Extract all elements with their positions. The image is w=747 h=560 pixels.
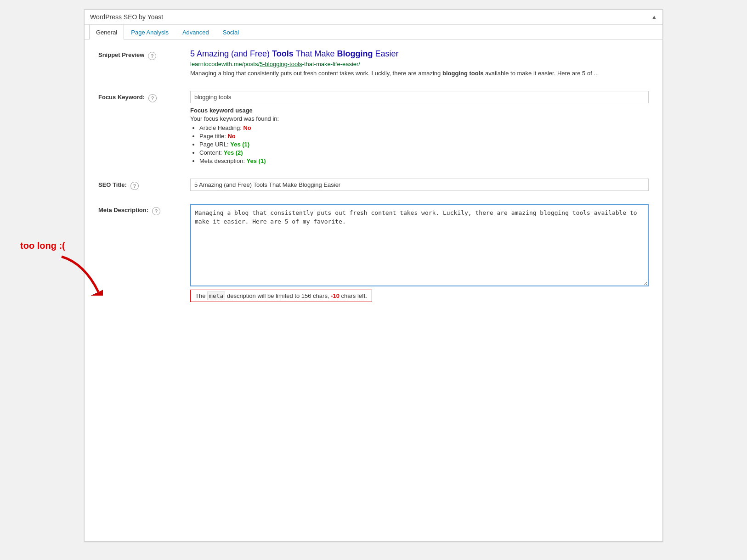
snippet-help-icon[interactable]: ? xyxy=(148,52,156,60)
plugin-title: WordPress SEO by Yoast xyxy=(90,13,163,21)
meta-description-row: Meta Description: ? too long :( xyxy=(98,204,649,302)
seo-title-help-icon[interactable]: ? xyxy=(130,182,139,190)
snippet-description: Managing a blog that consistently puts o… xyxy=(190,69,649,78)
snippet-title-mid: That Make xyxy=(294,49,337,58)
too-long-arrow xyxy=(57,254,103,296)
snippet-title: 5 Amazing (and Free) Tools That Make Blo… xyxy=(190,49,649,59)
list-item-status: No xyxy=(227,133,235,140)
list-item: Page title: No xyxy=(199,133,649,140)
tab-content: Snippet Preview ? 5 Amazing (and Free) T… xyxy=(85,39,662,324)
char-notice-prefix: The xyxy=(195,292,207,299)
char-count-notice: The meta description will be limited to … xyxy=(190,290,372,302)
focus-keyword-content: Focus keyword usage Your focus keyword w… xyxy=(190,91,649,166)
snippet-url-plain: learntocodewith.me/posts/ xyxy=(190,61,260,67)
char-notice-mid: description will be limited to 156 chars… xyxy=(225,292,331,299)
list-item-label: Content: xyxy=(199,149,224,156)
list-item-label: Page title: xyxy=(199,133,227,140)
seo-title-row: SEO Title: ? xyxy=(98,179,649,191)
too-long-annotation: too long :( xyxy=(20,241,65,251)
keyword-usage-list: Article Heading: No Page title: No Page … xyxy=(190,124,649,164)
seo-title-label: SEO Title: ? xyxy=(98,179,190,190)
meta-description-content: Managing a blog that consistently puts o… xyxy=(190,204,649,302)
snippet-title-tools: Tools xyxy=(272,49,294,58)
list-item-status: No xyxy=(243,124,251,131)
focus-keyword-label: Focus Keyword: ? xyxy=(98,91,190,102)
meta-description-label: Meta Description: ? too long :( xyxy=(98,204,190,215)
plugin-box: WordPress SEO by Yoast ▲ General Page An… xyxy=(84,9,663,542)
list-item-status: Yes (1) xyxy=(247,157,266,164)
snippet-url-end: -that-make-life-easier/ xyxy=(302,61,360,67)
focus-keyword-help-icon[interactable]: ? xyxy=(148,94,157,102)
tab-advanced[interactable]: Advanced xyxy=(175,25,216,39)
focus-keyword-input[interactable] xyxy=(190,91,649,103)
seo-title-content xyxy=(190,179,649,191)
seo-title-label-text: SEO Title: xyxy=(98,181,127,188)
char-notice-count: -10 xyxy=(331,292,340,299)
char-notice-mono: meta xyxy=(207,291,225,300)
snippet-preview-content: 5 Amazing (and Free) Tools That Make Blo… xyxy=(190,49,649,78)
snippet-title-blogging: Blogging xyxy=(337,49,373,58)
list-item-label: Meta description: xyxy=(199,157,247,164)
meta-description-label-text: Meta Description: xyxy=(98,207,148,213)
meta-description-help-icon[interactable]: ? xyxy=(152,207,160,215)
tabs-bar: General Page Analysis Advanced Social xyxy=(85,25,662,39)
list-item: Content: Yes (2) xyxy=(199,149,649,156)
snippet-url: learntocodewith.me/posts/5-blogging-tool… xyxy=(190,61,649,67)
list-item-status: Yes (1) xyxy=(230,141,249,148)
list-item-label: Article Heading: xyxy=(199,124,243,131)
list-item: Article Heading: No xyxy=(199,124,649,131)
snippet-preview-row: Snippet Preview ? 5 Amazing (and Free) T… xyxy=(98,49,649,78)
list-item-label: Page URL: xyxy=(199,141,230,148)
plugin-header: WordPress SEO by Yoast ▲ xyxy=(85,10,662,25)
meta-description-textarea[interactable]: Managing a blog that consistently puts o… xyxy=(190,204,649,286)
seo-title-input[interactable] xyxy=(190,179,649,191)
snippet-title-end: Easier xyxy=(373,49,398,58)
collapse-arrow[interactable]: ▲ xyxy=(651,14,657,20)
char-notice-suffix: chars left. xyxy=(340,292,367,299)
snippet-desc-bold: blogging tools xyxy=(442,70,484,77)
focus-keyword-row: Focus Keyword: ? Focus keyword usage You… xyxy=(98,91,649,166)
snippet-title-plain: 5 Amazing (and Free) xyxy=(190,49,272,58)
too-long-text: too long :( xyxy=(20,241,65,251)
snippet-desc-plain: Managing a blog that consistently puts o… xyxy=(190,70,442,77)
keyword-usage: Focus keyword usage Your focus keyword w… xyxy=(190,107,649,164)
tab-social[interactable]: Social xyxy=(216,25,246,39)
tab-page-analysis[interactable]: Page Analysis xyxy=(124,25,175,39)
list-item-status: Yes (2) xyxy=(224,149,243,156)
snippet-url-underline: 5-blogging-tools xyxy=(260,61,302,67)
tab-general[interactable]: General xyxy=(89,25,124,39)
snippet-preview-label: Snippet Preview ? xyxy=(98,49,190,60)
keyword-usage-title: Focus keyword usage xyxy=(190,107,649,114)
focus-keyword-label-text: Focus Keyword: xyxy=(98,94,145,101)
list-item: Meta description: Yes (1) xyxy=(199,157,649,164)
keyword-usage-intro: Your focus keyword was found in: xyxy=(190,115,649,122)
list-item: Page URL: Yes (1) xyxy=(199,141,649,148)
snippet-desc-end: available to make it easier. Here are 5 … xyxy=(484,70,599,77)
